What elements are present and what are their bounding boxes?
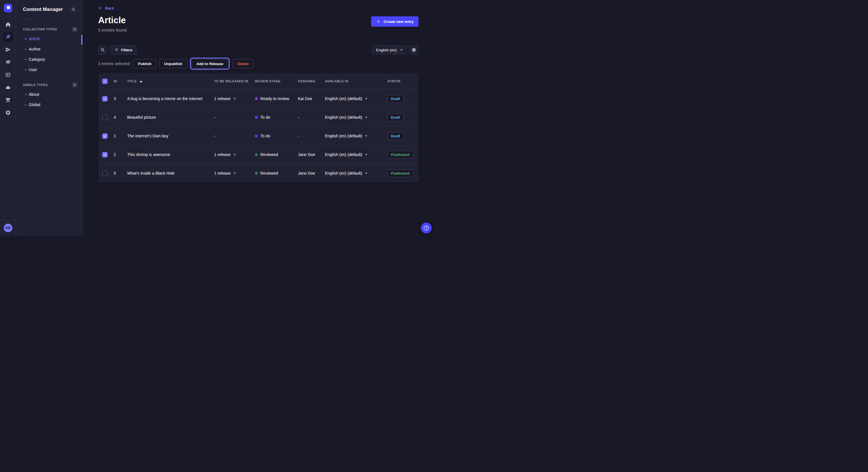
iconbar-bottom: KD xyxy=(0,221,16,236)
strapi-logo-button[interactable] xyxy=(4,4,12,12)
column-header-assignee[interactable]: ASSIGNEE xyxy=(298,79,325,83)
home-icon xyxy=(5,22,11,27)
view-settings-button[interactable] xyxy=(409,45,418,55)
entries-table: ID TITLE TO BE RELEASED IN REVIEW STAGE … xyxy=(98,73,418,182)
main-content: Back Article 5 entries found Create new … xyxy=(83,0,434,236)
row-checkbox[interactable] xyxy=(102,171,107,176)
app-shell: KD Content Manager COLLECTION TYPES 4 Ar… xyxy=(0,0,434,236)
table-row[interactable]: 4 Beautiful picture - To do - English (e… xyxy=(98,108,418,127)
column-header-available-in[interactable]: AVAILABLE IN xyxy=(325,79,388,83)
layout-icon xyxy=(5,72,11,78)
chevron-down-icon xyxy=(400,49,403,51)
publish-button[interactable]: Publish xyxy=(133,59,156,68)
table-row[interactable]: 1 The internet's Own boy - To do - Engli… xyxy=(98,127,418,145)
cell-assignee: - xyxy=(298,134,325,138)
nav-gear-button[interactable] xyxy=(3,107,13,118)
stage-dot-icon xyxy=(255,116,258,119)
search-icon xyxy=(100,47,105,52)
bullet-icon xyxy=(25,69,26,71)
help-button[interactable] xyxy=(421,223,432,233)
status-badge: Draft xyxy=(388,132,404,140)
cart-icon xyxy=(5,97,11,103)
cell-id: 1 xyxy=(111,134,125,138)
sidebar-item-label: Author xyxy=(29,47,40,51)
sidebar-item-global[interactable]: Global xyxy=(23,100,78,110)
nav-home-button[interactable] xyxy=(3,19,13,30)
cell-available-in[interactable]: English (en) (default) xyxy=(325,171,388,175)
column-header-to-be-released-in[interactable]: TO BE RELEASED IN xyxy=(214,79,255,83)
cell-title: This shrimp is awesome xyxy=(125,152,214,157)
cell-assignee: - xyxy=(298,115,325,120)
cell-to-be-released-in[interactable]: 1 release xyxy=(214,96,255,101)
column-header-title[interactable]: TITLE xyxy=(125,79,214,83)
filter-icon xyxy=(114,47,119,52)
section-label: COLLECTION TYPES xyxy=(23,28,57,31)
status-badge: Draft xyxy=(388,113,404,121)
selection-count: 3 entries selected xyxy=(98,61,130,66)
nav-feather-button[interactable] xyxy=(3,32,13,42)
add-to-release-button[interactable]: Add to Release xyxy=(191,59,228,68)
cell-title: What's inside a Black Hole xyxy=(125,171,214,175)
avatar[interactable]: KD xyxy=(4,224,12,232)
sidebar-sections: COLLECTION TYPES 4 Article Author Catego… xyxy=(23,27,78,110)
iconbar-nav xyxy=(3,19,13,118)
cell-id: 2 xyxy=(111,152,125,157)
sidebar-item-author[interactable]: Author xyxy=(23,44,78,54)
cell-to-be-released-in[interactable]: - xyxy=(214,134,255,138)
gear-icon xyxy=(5,110,11,115)
filters-button[interactable]: Filters xyxy=(110,45,136,55)
sidebar-item-label: Global xyxy=(29,102,40,107)
cell-assignee: Jane Doe xyxy=(298,171,325,175)
sidebar-item-category[interactable]: Category xyxy=(23,54,78,65)
unpublish-button[interactable]: Unpublish xyxy=(159,59,187,68)
nav-cart-button[interactable] xyxy=(3,95,13,105)
create-new-entry-button[interactable]: Create new entry xyxy=(371,16,418,27)
table-row[interactable]: 5 What's inside a Black Hole 1 release R… xyxy=(98,164,418,182)
chevron-down-icon xyxy=(365,117,367,118)
table-row[interactable]: 3 A bug is becoming a meme on the intern… xyxy=(98,89,418,108)
cell-to-be-released-in[interactable]: 1 release xyxy=(214,152,255,157)
back-label: Back xyxy=(105,6,114,10)
table-header-row: ID TITLE TO BE RELEASED IN REVIEW STAGE … xyxy=(98,73,418,89)
nav-paper-plane-button[interactable] xyxy=(3,44,13,55)
cell-available-in[interactable]: English (en) (default) xyxy=(325,134,388,138)
gear-icon xyxy=(412,47,416,52)
nav-layout-button[interactable] xyxy=(3,70,13,80)
cell-available-in[interactable]: English (en) (default) xyxy=(325,152,388,157)
search-icon xyxy=(71,7,76,12)
indeterminate-dash-icon xyxy=(103,79,107,83)
nav-cloud-button[interactable] xyxy=(3,82,13,93)
row-checkbox[interactable] xyxy=(102,133,107,139)
cell-review-stage: To do xyxy=(255,134,298,138)
cell-available-in[interactable]: English (en) (default) xyxy=(325,96,388,101)
nav-media-button[interactable] xyxy=(3,57,13,67)
column-header-status[interactable]: STATUS xyxy=(388,79,418,83)
toolbar: Filters English (en) xyxy=(98,45,418,55)
cell-assignee: Kai Doe xyxy=(298,96,325,101)
cell-to-be-released-in[interactable]: - xyxy=(214,115,255,120)
bullet-icon xyxy=(25,59,26,60)
table-row[interactable]: 2 This shrimp is awesome 1 release Revie… xyxy=(98,145,418,164)
sidebar-item-article[interactable]: Article xyxy=(23,34,78,44)
cell-to-be-released-in[interactable]: 1 release xyxy=(214,171,255,175)
row-checkbox[interactable] xyxy=(102,152,107,158)
delete-button[interactable]: Delete xyxy=(232,59,253,68)
cell-assignee: Jane Doe xyxy=(298,152,325,157)
sidebar-item-label: Category xyxy=(29,57,45,62)
locale-select[interactable]: English (en) xyxy=(372,45,407,55)
back-link[interactable]: Back xyxy=(98,6,114,10)
chevron-down-icon xyxy=(365,154,367,156)
cell-available-in[interactable]: English (en) (default) xyxy=(325,115,388,120)
sidebar-item-user[interactable]: User xyxy=(23,65,78,75)
column-header-review-stage[interactable]: REVIEW STAGE xyxy=(255,79,298,83)
search-button[interactable] xyxy=(98,45,107,55)
select-all-checkbox[interactable] xyxy=(102,78,107,84)
stage-dot-icon xyxy=(255,97,258,100)
sidebar-items: Article Author Category User xyxy=(23,34,78,75)
bullet-icon xyxy=(25,48,26,50)
sidebar-search-button[interactable] xyxy=(69,5,78,14)
row-checkbox[interactable] xyxy=(102,115,107,120)
row-checkbox[interactable] xyxy=(102,96,107,102)
sidebar-item-about[interactable]: About xyxy=(23,89,78,100)
column-header-id[interactable]: ID xyxy=(111,79,125,83)
